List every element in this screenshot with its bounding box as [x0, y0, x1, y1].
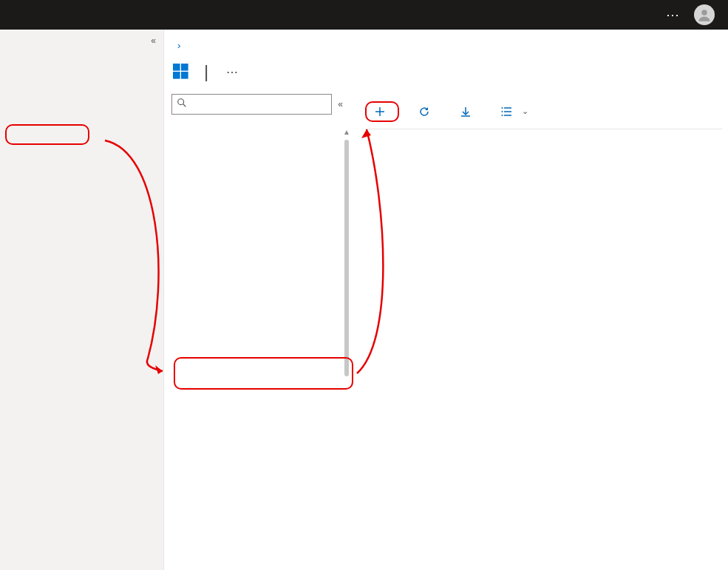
content-panel: ⌄: [349, 94, 728, 570]
page-more-icon[interactable]: ⋯: [226, 65, 238, 79]
scroll-up-icon[interactable]: ▲: [343, 128, 349, 136]
refresh-button[interactable]: [412, 103, 440, 121]
create-profile-button[interactable]: [365, 101, 399, 122]
page-subtitle: |: [204, 61, 208, 82]
breadcrumb: ›: [164, 40, 728, 61]
left-nav: «: [0, 30, 164, 570]
subnav-list: ▲: [164, 119, 349, 548]
subnav-search[interactable]: [171, 94, 332, 115]
windows-logo-icon: [173, 64, 189, 80]
export-icon: [460, 106, 472, 118]
command-bar: ⌄: [365, 94, 722, 129]
user-avatar[interactable]: [694, 4, 715, 25]
search-input[interactable]: [191, 99, 327, 110]
scroll-thumb[interactable]: [344, 140, 349, 376]
search-icon: [177, 98, 187, 111]
plus-icon: [374, 106, 386, 118]
main-area: › | ⋯ « ▲: [164, 30, 728, 570]
page-header: | ⋯: [164, 61, 728, 94]
avatar-icon: [697, 7, 712, 22]
columns-icon: [501, 106, 513, 118]
table-header: [365, 129, 722, 162]
leftnav-collapse-icon[interactable]: «: [151, 35, 156, 46]
refresh-icon: [418, 106, 430, 118]
subnav-collapse-icon[interactable]: «: [338, 99, 343, 109]
subnav: « ▲: [164, 94, 349, 570]
topbar-more-icon[interactable]: ⋯: [666, 7, 681, 23]
columns-button[interactable]: ⌄: [495, 103, 534, 121]
subnav-scrollbar[interactable]: ▲: [344, 140, 349, 517]
topbar: ⋯: [0, 0, 728, 30]
chevron-down-icon: ⌄: [522, 106, 528, 116]
svg-point-53: [701, 10, 707, 16]
breadcrumb-sep-icon: ›: [174, 40, 184, 51]
export-button[interactable]: [454, 103, 482, 121]
